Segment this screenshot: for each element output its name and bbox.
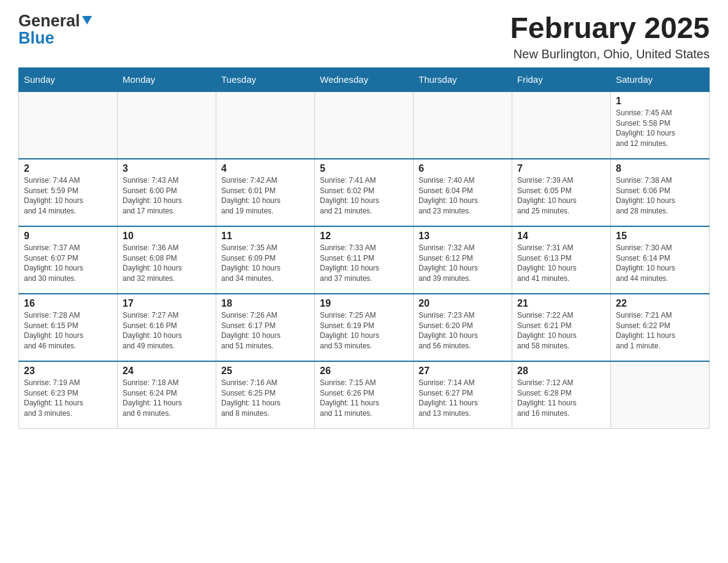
title-block: February 2025 New Burlington, Ohio, Unit…: [510, 12, 710, 61]
calendar-header-wednesday: Wednesday: [315, 67, 414, 91]
day-number: 26: [320, 366, 408, 377]
calendar-cell: 20Sunrise: 7:23 AMSunset: 6:20 PMDayligh…: [414, 294, 512, 361]
day-number: 12: [320, 231, 408, 242]
calendar-cell: [19, 91, 118, 159]
calendar-cell: 8Sunrise: 7:38 AMSunset: 6:06 PMDaylight…: [611, 159, 710, 226]
calendar-cell: 21Sunrise: 7:22 AMSunset: 6:21 PMDayligh…: [512, 294, 611, 361]
day-number: 5: [320, 163, 408, 174]
day-info: Sunrise: 7:44 AMSunset: 5:59 PMDaylight:…: [24, 175, 112, 216]
day-info: Sunrise: 7:16 AMSunset: 6:25 PMDaylight:…: [221, 378, 309, 419]
day-number: 17: [123, 298, 211, 309]
day-info: Sunrise: 7:33 AMSunset: 6:11 PMDaylight:…: [320, 243, 408, 284]
day-number: 28: [517, 366, 605, 377]
calendar-week-row: 2Sunrise: 7:44 AMSunset: 5:59 PMDaylight…: [19, 159, 710, 226]
day-info: Sunrise: 7:15 AMSunset: 6:26 PMDaylight:…: [320, 378, 408, 419]
calendar-table: SundayMondayTuesdayWednesdayThursdayFrid…: [18, 67, 710, 429]
day-number: 6: [419, 163, 507, 174]
day-info: Sunrise: 7:36 AMSunset: 6:08 PMDaylight:…: [123, 243, 211, 284]
calendar-cell: 24Sunrise: 7:18 AMSunset: 6:24 PMDayligh…: [118, 361, 216, 429]
day-info: Sunrise: 7:43 AMSunset: 6:00 PMDaylight:…: [123, 175, 211, 216]
day-info: Sunrise: 7:32 AMSunset: 6:12 PMDaylight:…: [419, 243, 507, 284]
calendar-cell: 3Sunrise: 7:43 AMSunset: 6:00 PMDaylight…: [118, 159, 216, 226]
calendar-cell: 9Sunrise: 7:37 AMSunset: 6:07 PMDaylight…: [19, 226, 118, 294]
calendar-cell: 23Sunrise: 7:19 AMSunset: 6:23 PMDayligh…: [19, 361, 118, 429]
logo-arrow-icon: [82, 16, 92, 28]
calendar-cell: 2Sunrise: 7:44 AMSunset: 5:59 PMDaylight…: [19, 159, 118, 226]
calendar-week-row: 9Sunrise: 7:37 AMSunset: 6:07 PMDaylight…: [19, 226, 710, 294]
location-label: New Burlington, Ohio, United States: [510, 47, 710, 61]
day-info: Sunrise: 7:30 AMSunset: 6:14 PMDaylight:…: [616, 243, 704, 284]
calendar-cell: 5Sunrise: 7:41 AMSunset: 6:02 PMDaylight…: [315, 159, 414, 226]
day-info: Sunrise: 7:14 AMSunset: 6:27 PMDaylight:…: [419, 378, 507, 419]
day-info: Sunrise: 7:23 AMSunset: 6:20 PMDaylight:…: [419, 310, 507, 351]
calendar-cell: 14Sunrise: 7:31 AMSunset: 6:13 PMDayligh…: [512, 226, 611, 294]
day-number: 3: [123, 163, 211, 174]
calendar-cell: 7Sunrise: 7:39 AMSunset: 6:05 PMDaylight…: [512, 159, 611, 226]
calendar-cell: [315, 91, 414, 159]
day-info: Sunrise: 7:19 AMSunset: 6:23 PMDaylight:…: [24, 378, 112, 419]
calendar-cell: [118, 91, 216, 159]
calendar-header-thursday: Thursday: [414, 67, 512, 91]
day-info: Sunrise: 7:45 AMSunset: 5:58 PMDaylight:…: [616, 108, 704, 149]
calendar-header-row: SundayMondayTuesdayWednesdayThursdayFrid…: [19, 67, 710, 91]
calendar-cell: 16Sunrise: 7:28 AMSunset: 6:15 PMDayligh…: [19, 294, 118, 361]
calendar-cell: 15Sunrise: 7:30 AMSunset: 6:14 PMDayligh…: [611, 226, 710, 294]
calendar-cell: [611, 361, 710, 429]
calendar-week-row: 23Sunrise: 7:19 AMSunset: 6:23 PMDayligh…: [19, 361, 710, 429]
month-title: February 2025: [510, 12, 710, 45]
day-info: Sunrise: 7:25 AMSunset: 6:19 PMDaylight:…: [320, 310, 408, 351]
day-info: Sunrise: 7:38 AMSunset: 6:06 PMDaylight:…: [616, 175, 704, 216]
day-number: 19: [320, 298, 408, 309]
svg-marker-0: [82, 16, 92, 25]
day-info: Sunrise: 7:37 AMSunset: 6:07 PMDaylight:…: [24, 243, 112, 284]
day-number: 11: [221, 231, 309, 242]
page-header: General Blue February 2025 New Burlingto…: [18, 12, 710, 61]
day-number: 9: [24, 231, 112, 242]
day-number: 10: [123, 231, 211, 242]
day-number: 2: [24, 163, 112, 174]
day-number: 22: [616, 298, 704, 309]
day-number: 27: [419, 366, 507, 377]
calendar-cell: 13Sunrise: 7:32 AMSunset: 6:12 PMDayligh…: [414, 226, 512, 294]
day-info: Sunrise: 7:27 AMSunset: 6:16 PMDaylight:…: [123, 310, 211, 351]
day-number: 13: [419, 231, 507, 242]
calendar-cell: [216, 91, 315, 159]
day-info: Sunrise: 7:18 AMSunset: 6:24 PMDaylight:…: [123, 378, 211, 419]
day-number: 16: [24, 298, 112, 309]
calendar-cell: 17Sunrise: 7:27 AMSunset: 6:16 PMDayligh…: [118, 294, 216, 361]
logo-blue-text: Blue: [18, 29, 55, 47]
calendar-cell: 12Sunrise: 7:33 AMSunset: 6:11 PMDayligh…: [315, 226, 414, 294]
day-info: Sunrise: 7:31 AMSunset: 6:13 PMDaylight:…: [517, 243, 605, 284]
day-number: 15: [616, 231, 704, 242]
calendar-cell: 10Sunrise: 7:36 AMSunset: 6:08 PMDayligh…: [118, 226, 216, 294]
calendar-header-friday: Friday: [512, 67, 611, 91]
calendar-cell: 28Sunrise: 7:12 AMSunset: 6:28 PMDayligh…: [512, 361, 611, 429]
calendar-cell: 11Sunrise: 7:35 AMSunset: 6:09 PMDayligh…: [216, 226, 315, 294]
day-info: Sunrise: 7:28 AMSunset: 6:15 PMDaylight:…: [24, 310, 112, 351]
day-number: 18: [221, 298, 309, 309]
calendar-cell: 25Sunrise: 7:16 AMSunset: 6:25 PMDayligh…: [216, 361, 315, 429]
logo-general-text: General: [18, 12, 80, 29]
day-info: Sunrise: 7:26 AMSunset: 6:17 PMDaylight:…: [221, 310, 309, 351]
calendar-cell: [512, 91, 611, 159]
day-number: 24: [123, 366, 211, 377]
day-number: 20: [419, 298, 507, 309]
day-info: Sunrise: 7:12 AMSunset: 6:28 PMDaylight:…: [517, 378, 605, 419]
day-number: 25: [221, 366, 309, 377]
day-info: Sunrise: 7:42 AMSunset: 6:01 PMDaylight:…: [221, 175, 309, 216]
calendar-cell: 1Sunrise: 7:45 AMSunset: 5:58 PMDaylight…: [611, 91, 710, 159]
day-number: 4: [221, 163, 309, 174]
day-info: Sunrise: 7:22 AMSunset: 6:21 PMDaylight:…: [517, 310, 605, 351]
day-info: Sunrise: 7:35 AMSunset: 6:09 PMDaylight:…: [221, 243, 309, 284]
day-info: Sunrise: 7:21 AMSunset: 6:22 PMDaylight:…: [616, 310, 704, 351]
day-number: 1: [616, 96, 704, 107]
day-number: 8: [616, 163, 704, 174]
calendar-header-saturday: Saturday: [611, 67, 710, 91]
day-number: 21: [517, 298, 605, 309]
calendar-week-row: 16Sunrise: 7:28 AMSunset: 6:15 PMDayligh…: [19, 294, 710, 361]
day-info: Sunrise: 7:39 AMSunset: 6:05 PMDaylight:…: [517, 175, 605, 216]
day-number: 23: [24, 366, 112, 377]
calendar-cell: 27Sunrise: 7:14 AMSunset: 6:27 PMDayligh…: [414, 361, 512, 429]
calendar-cell: 4Sunrise: 7:42 AMSunset: 6:01 PMDaylight…: [216, 159, 315, 226]
calendar-cell: 6Sunrise: 7:40 AMSunset: 6:04 PMDaylight…: [414, 159, 512, 226]
